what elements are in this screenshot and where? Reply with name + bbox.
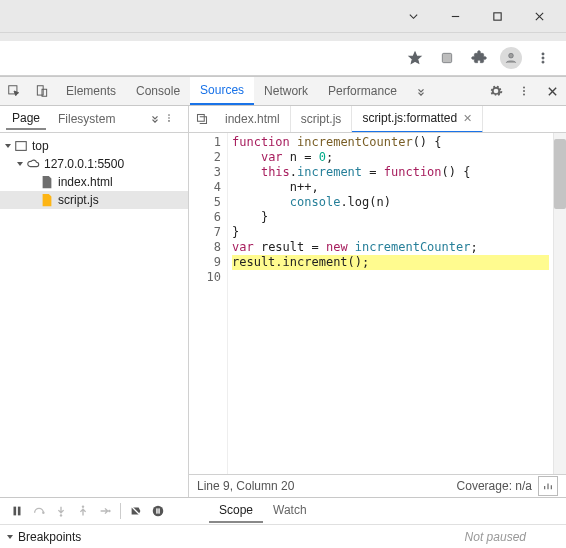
svg-rect-17 xyxy=(14,507,17,516)
editor-more-icon[interactable] xyxy=(189,113,215,125)
editor-tab-formatted[interactable]: script.js:formatted✕ xyxy=(352,106,483,133)
editor-tab-label: index.html xyxy=(225,112,280,126)
tab-performance[interactable]: Performance xyxy=(318,77,407,105)
window-titlebar xyxy=(0,0,566,33)
nav-tab-filesystem[interactable]: Filesystem xyxy=(52,109,121,129)
tree-file-script[interactable]: script.js xyxy=(0,191,188,209)
code-editor[interactable]: function incrementCounter() { var n = 0;… xyxy=(228,133,553,474)
editor-tab-label: script.js xyxy=(301,112,342,126)
browser-menu-icon[interactable] xyxy=(530,45,556,71)
editor-tab-label: script.js:formatted xyxy=(362,111,457,125)
svg-rect-1 xyxy=(442,53,451,62)
file-tree: top 127.0.0.1:5500 index.html script.js xyxy=(0,133,188,497)
tree-file-index[interactable]: index.html xyxy=(0,173,188,191)
device-toolbar-icon[interactable] xyxy=(28,77,56,105)
svg-rect-18 xyxy=(18,507,21,516)
sources-panel: Page Filesystem top 127.0.0.1:5500 xyxy=(0,106,566,548)
svg-point-2 xyxy=(509,53,514,58)
close-tab-icon[interactable]: ✕ xyxy=(463,112,472,125)
svg-rect-15 xyxy=(16,142,27,151)
editor-tab-index[interactable]: index.html xyxy=(215,106,291,132)
debugger-panel: Scope Watch Breakpoints Not paused xyxy=(0,497,566,548)
step-button[interactable] xyxy=(94,500,116,522)
svg-rect-25 xyxy=(158,508,159,513)
devtools-menu-icon[interactable] xyxy=(510,85,538,97)
editor-scrollbar[interactable] xyxy=(553,133,566,474)
editor-area: index.html script.js script.js:formatted… xyxy=(189,106,566,497)
svg-point-21 xyxy=(82,505,84,507)
svg-rect-0 xyxy=(493,12,500,19)
tab-network[interactable]: Network xyxy=(254,77,318,105)
breakpoints-header[interactable]: Breakpoints xyxy=(0,530,306,544)
show-coverage-icon[interactable] xyxy=(538,476,558,496)
profile-avatar[interactable] xyxy=(498,45,524,71)
tab-console[interactable]: Console xyxy=(126,77,190,105)
svg-point-3 xyxy=(542,53,544,55)
caret-down-icon[interactable] xyxy=(396,4,430,28)
debugger-state: Not paused xyxy=(465,530,566,544)
svg-point-20 xyxy=(60,514,62,516)
svg-point-13 xyxy=(168,117,170,119)
svg-point-4 xyxy=(542,57,544,59)
close-devtools-icon[interactable] xyxy=(538,86,566,97)
nav-tab-page[interactable]: Page xyxy=(6,108,46,130)
svg-point-9 xyxy=(523,87,525,89)
tree-top-label: top xyxy=(32,137,49,155)
svg-point-22 xyxy=(108,510,110,512)
pause-button[interactable] xyxy=(6,500,28,522)
deactivate-breakpoints-button[interactable] xyxy=(125,500,147,522)
maximize-button[interactable] xyxy=(480,4,514,28)
bookmark-star-icon[interactable] xyxy=(402,45,428,71)
svg-point-11 xyxy=(523,94,525,96)
tab-elements[interactable]: Elements xyxy=(56,77,126,105)
editor-statusbar: Line 9, Column 20 Coverage: n/a xyxy=(189,474,566,497)
tree-file-label: script.js xyxy=(58,191,99,209)
step-into-button[interactable] xyxy=(50,500,72,522)
tab-watch[interactable]: Watch xyxy=(263,499,317,523)
settings-gear-icon[interactable] xyxy=(482,84,510,98)
extensions-puzzle-icon[interactable] xyxy=(466,45,492,71)
coverage-status: Coverage: n/a xyxy=(457,479,532,493)
svg-point-10 xyxy=(523,90,525,92)
tab-scope[interactable]: Scope xyxy=(209,499,263,523)
editor-tabbar: index.html script.js script.js:formatted… xyxy=(189,106,566,133)
browser-toolbar xyxy=(0,41,566,76)
browser-tabstrip xyxy=(0,33,566,41)
tree-host[interactable]: 127.0.0.1:5500 xyxy=(0,155,188,173)
step-over-button[interactable] xyxy=(28,500,50,522)
nav-menu-icon[interactable] xyxy=(164,112,182,126)
editor-tab-script[interactable]: script.js xyxy=(291,106,353,132)
svg-point-14 xyxy=(168,120,170,122)
svg-point-19 xyxy=(42,512,44,514)
svg-point-5 xyxy=(542,61,544,63)
tab-sources[interactable]: Sources xyxy=(190,77,254,105)
svg-point-12 xyxy=(168,114,170,116)
devtools-tabbar: Elements Console Sources Network Perform… xyxy=(0,76,566,106)
cursor-position: Line 9, Column 20 xyxy=(197,479,294,493)
tree-host-label: 127.0.0.1:5500 xyxy=(44,155,124,173)
sources-navigator: Page Filesystem top 127.0.0.1:5500 xyxy=(0,106,189,497)
svg-rect-16 xyxy=(198,115,205,122)
inspect-element-icon[interactable] xyxy=(0,77,28,105)
close-window-button[interactable] xyxy=(522,4,556,28)
svg-point-23 xyxy=(153,506,164,517)
nav-overflow-icon[interactable] xyxy=(146,112,164,126)
pause-on-exceptions-button[interactable] xyxy=(147,500,169,522)
line-gutter[interactable]: 12345678910 xyxy=(189,133,228,474)
step-out-button[interactable] xyxy=(72,500,94,522)
minimize-button[interactable] xyxy=(438,4,472,28)
tree-top-frame[interactable]: top xyxy=(0,137,188,155)
breakpoints-label: Breakpoints xyxy=(18,530,81,544)
tabs-overflow-icon[interactable] xyxy=(407,77,435,105)
extension-icon[interactable] xyxy=(434,45,460,71)
tree-file-label: index.html xyxy=(58,173,113,191)
svg-rect-24 xyxy=(156,508,157,513)
